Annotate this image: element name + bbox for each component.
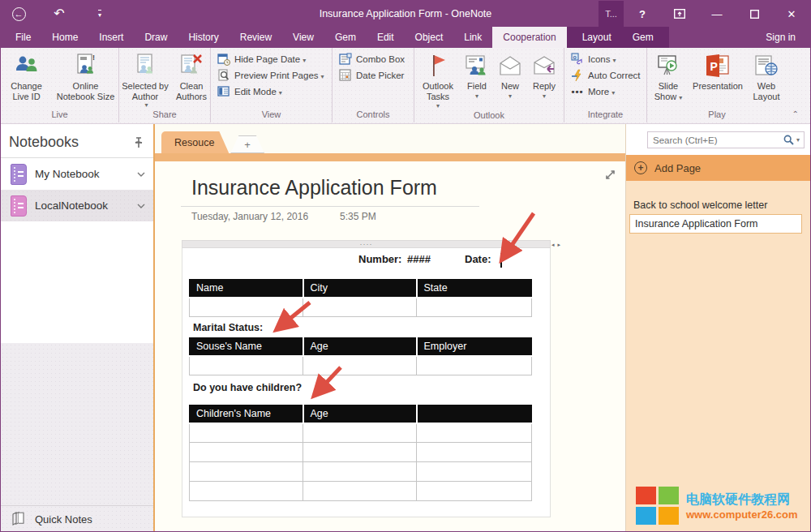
back-button[interactable]: ←	[9, 4, 28, 24]
table-header-cell[interactable]: Employer	[417, 338, 532, 356]
search-scope-dropdown-icon[interactable]: ▾	[794, 136, 804, 144]
table-cell[interactable]	[417, 443, 532, 462]
table-cell[interactable]	[190, 298, 303, 317]
ribbon-display-options-button[interactable]	[661, 1, 698, 27]
tab-history[interactable]: History	[178, 27, 229, 48]
table-cell[interactable]	[190, 482, 303, 501]
table-cell[interactable]	[303, 423, 417, 443]
table-cell[interactable]	[417, 423, 532, 443]
edit-mode-button[interactable]: Edit Mode	[217, 85, 282, 98]
combo-box-button[interactable]: Combo Box	[339, 53, 405, 66]
table-header-cell[interactable]	[417, 405, 532, 423]
table-cell[interactable]	[190, 423, 303, 443]
table-cell[interactable]	[417, 462, 532, 482]
minimize-button[interactable]: —	[698, 1, 736, 27]
page-title[interactable]: Insurance Application Form	[191, 176, 437, 200]
tab-cooperation-active[interactable]: Cooperation	[492, 27, 566, 48]
help-button[interactable]: ?	[624, 1, 661, 27]
table-cell[interactable]	[190, 462, 303, 482]
tab-gem[interactable]: Gem	[324, 27, 367, 48]
online-notebook-size-button[interactable]: ! Online Notebook Size	[54, 51, 118, 102]
table-header-cell[interactable]: Name	[190, 280, 303, 298]
search-icon[interactable]	[783, 135, 794, 145]
icons-button[interactable]: o Icons	[571, 53, 616, 66]
preview-print-pages-button[interactable]: Preview Print Pages	[217, 69, 324, 82]
truncated-tab-stub[interactable]: T...	[599, 1, 624, 27]
change-live-id-button[interactable]: Change Live ID	[2, 51, 52, 102]
presentation-button[interactable]: P Presentation	[689, 51, 746, 92]
notebook-item-localnotebook[interactable]: LocalNotebook	[1, 190, 153, 221]
notebooks-title: Notebooks	[9, 134, 134, 151]
note-container[interactable]: ···· ◂ ▸ Number: #### Date: Name City	[182, 240, 551, 517]
children-question-label[interactable]: Do you have children?	[193, 382, 302, 393]
new-section-tab[interactable]: +	[230, 135, 264, 153]
tab-review[interactable]: Review	[230, 27, 282, 48]
field-button[interactable]: Field	[461, 51, 493, 101]
slide-show-button[interactable]: Slide Show	[649, 51, 688, 102]
full-page-view-icon[interactable]	[603, 168, 617, 182]
table-cell[interactable]	[303, 298, 417, 317]
chevron-down-icon[interactable]	[137, 172, 145, 177]
table-cell[interactable]	[303, 482, 417, 501]
new-button[interactable]: New	[495, 51, 526, 101]
tab-edit[interactable]: Edit	[367, 27, 405, 48]
web-layout-button[interactable]: Web Layout	[748, 51, 785, 102]
page-canvas[interactable]: Insurance Application Form Tuesday, Janu…	[155, 161, 625, 532]
customize-quick-access-button[interactable]: ▾	[90, 4, 109, 24]
date-picker-button[interactable]: Date Picker	[339, 69, 404, 82]
table-cell[interactable]	[417, 356, 532, 375]
quick-notes-button[interactable]: Quick Notes	[1, 505, 153, 532]
table-cell[interactable]	[303, 443, 417, 462]
container-drag-handle[interactable]: ···· ◂ ▸	[182, 240, 551, 248]
drag-handle-dots: ····	[360, 240, 373, 248]
tab-draw[interactable]: Draw	[134, 27, 178, 48]
tab-view[interactable]: View	[282, 27, 324, 48]
tab-file[interactable]: File	[1, 27, 41, 48]
table-header-cell[interactable]: Souse's Name	[190, 338, 303, 356]
tab-layout[interactable]: Layout	[572, 27, 622, 48]
undo-button[interactable]: ↶	[49, 4, 69, 24]
selected-by-author-button[interactable]: Selected by Author	[119, 51, 171, 109]
number-value[interactable]: ####	[407, 253, 431, 265]
tab-home[interactable]: Home	[41, 27, 88, 48]
tab-gem-contextual[interactable]: Gem	[622, 27, 664, 48]
titlebar: Insurance Application Form - OneNote ← ↶…	[1, 1, 810, 27]
table-header-cell[interactable]: State	[417, 280, 532, 298]
outlook-tasks-button[interactable]: Outlook Tasks	[417, 51, 459, 110]
sign-in-button[interactable]: Sign in	[751, 27, 810, 48]
notebook-item-my-notebook[interactable]: My Notebook	[1, 158, 153, 190]
search-box[interactable]: ▾	[647, 131, 805, 148]
page-list-item[interactable]: Back to school welcome letter	[633, 200, 767, 211]
h-scroll-arrows-icon[interactable]: ◂ ▸	[551, 242, 561, 248]
ribbon-group-share: Selected by Author Clean Authors Share	[119, 48, 211, 122]
auto-correct-button[interactable]: Auto Correct	[571, 69, 641, 82]
close-button[interactable]: ✕	[773, 1, 810, 27]
reply-button[interactable]: Reply	[527, 51, 561, 101]
table-cell[interactable]	[190, 443, 303, 462]
number-date-line[interactable]: Number: #### Date:	[182, 253, 550, 269]
hide-page-date-button[interactable]: Hide Page Date	[217, 53, 306, 66]
table-header-cell[interactable]: City	[303, 280, 417, 298]
add-page-button[interactable]: + Add Page	[626, 155, 810, 181]
table-cell[interactable]	[303, 356, 417, 375]
more-button[interactable]: ••• More	[571, 85, 615, 98]
clean-authors-button[interactable]: Clean Authors	[173, 51, 210, 102]
page-list-item-selected[interactable]: Insurance Application Form	[629, 214, 802, 234]
table-header-cell[interactable]: Age	[303, 338, 417, 356]
table-header-cell[interactable]: Age	[303, 405, 417, 423]
tab-link[interactable]: Link	[453, 27, 492, 48]
chevron-down-icon[interactable]	[137, 204, 145, 208]
maximize-button[interactable]	[736, 1, 773, 27]
collapse-ribbon-button[interactable]: ⌃	[792, 109, 799, 118]
search-input[interactable]	[648, 135, 783, 145]
marital-status-label[interactable]: Marital Status:	[193, 322, 263, 333]
pin-icon[interactable]	[134, 137, 144, 148]
table-cell[interactable]	[190, 356, 303, 375]
table-cell[interactable]	[417, 482, 532, 501]
tab-insert[interactable]: Insert	[88, 27, 134, 48]
tab-object[interactable]: Object	[405, 27, 454, 48]
table-header-cell[interactable]: Children's Name	[190, 405, 303, 423]
table-cell[interactable]	[417, 298, 532, 317]
section-tab-resouce[interactable]: Resouce	[161, 131, 229, 153]
table-cell[interactable]	[303, 462, 417, 482]
